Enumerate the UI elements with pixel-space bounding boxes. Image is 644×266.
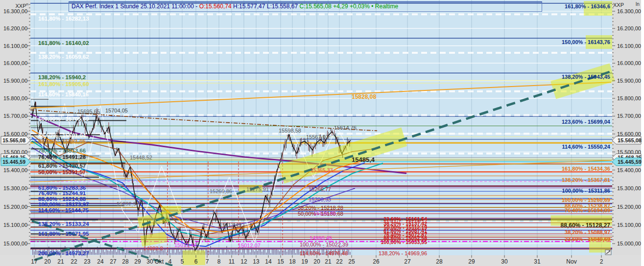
y-tick-label: 15.000,00 [3,241,27,246]
volume-bar [219,249,220,255]
fib-label-left: 161,80% - 15071,95 [38,231,89,237]
x-tick-label: 15 [277,258,284,265]
volume-bar [172,249,173,255]
y-tick-label: 15.400,00 [3,167,27,173]
volume-bar [35,248,36,255]
fib-label-right: 100,00% - 15311,86 [562,188,610,194]
resize-handle[interactable] [605,250,611,255]
volume-bar [167,249,168,255]
volume-bar [266,252,267,255]
volume-bar [291,250,292,255]
x-tick-label: 21 [325,258,332,265]
volume-bar [238,250,239,255]
chart-canvas[interactable]: 161,80% - 16282,13161,80% - 16140,02138,… [0,0,644,266]
right-axis-strip[interactable] [612,0,644,255]
log-scale-indicator[interactable]: ln [636,1,640,7]
y-tick-label: 16.000,00 [617,60,641,66]
fib-label-left: 200,00% - 14973,27 [38,250,89,256]
volume-bar [112,251,113,255]
title-high-low: H:15.577,47 L:15.558,67 [233,3,299,10]
annotation-label: 114,60% - 14976,48 [300,250,348,256]
volume-bar [175,253,176,255]
volume-bar [253,250,254,255]
x-tick-label: 20 [44,258,51,265]
fib-label-left: 100,00% - 15705,69 [38,116,89,122]
volume-bar [282,251,283,255]
volume-bar [276,248,277,255]
volume-bar [231,248,232,255]
x-tick-label: 22 [336,258,343,265]
price-tag[interactable]: 15.445,59 [612,158,642,166]
chart-window: 161,80% - 16282,13161,80% - 16140,02138,… [0,0,644,266]
fib-label-left: 138,20% - 15133,24 [38,221,89,227]
fib-label-left: 61,80% - 15420,57 [38,163,86,169]
volume-bar [32,247,33,255]
y-tick-label: 15.100,00 [3,222,27,228]
annotation-label: 15828,08 [352,93,376,100]
y-tick-label: 15.300,00 [617,185,641,191]
annotation-label: 138,20% - 14969,96 [379,250,427,256]
volume-bar [225,252,226,255]
volume-bar [229,251,230,255]
y-tick-label: 16.300,00 [3,8,27,14]
annotation-label: 15614,76 [334,125,357,131]
fib-label-right: 114,60% - 15550,24 [562,144,611,150]
price-tag[interactable]: 15.565,08 [612,136,642,144]
volume-bar [210,246,211,255]
annotation-label: 15365,33 [310,167,333,173]
left-axis-strip[interactable] [0,0,30,255]
x-axis-strip[interactable] [0,255,644,266]
x-tick-label: 18 [289,258,296,265]
volume-bar [254,251,255,255]
annotation-label: 15011,44 [174,242,196,248]
volume-bar [140,248,141,255]
volume-bar [262,252,262,255]
price-tag[interactable]: 15.565,08 [1,136,30,144]
x-tick-label: 12 [240,258,247,265]
volume-bar [179,252,180,255]
x-tick-label: 19 [301,258,308,265]
y-tick-label: 16.100,00 [3,43,27,49]
volume-bar [223,249,224,255]
volume-bar [101,249,102,255]
volume-bar [98,249,99,255]
y-tick-label: 15.300,00 [3,185,27,191]
x-tick-label: 27 [110,258,117,265]
volume-bar [297,249,298,255]
fib-label-right: 161,80% - 15434,36 [562,166,610,172]
volume-bar [234,251,235,255]
x-tick-label: 14 [265,258,272,265]
fib-label-right: 138,20% - 15367,81 [562,177,610,183]
volume-bar [212,251,213,255]
annotation-label: 15695,65 [77,109,100,114]
volume-bar [257,251,258,255]
volume-bar [248,249,249,255]
annotation-label: 15269,86 [210,188,232,194]
volume-bar [90,248,91,255]
volume-bar [165,248,166,255]
volume-bar [216,252,217,255]
volume-bar [260,248,261,255]
title-open: O:15.560,74 [199,3,233,10]
resize-handle-arrow [609,251,610,251]
fib-label-left: 76,40% - 15491,28 [38,154,86,160]
volume-bar [269,249,270,255]
x-tick-label: 21 [57,258,64,265]
fib-label-left: 114,60% - 15840,16 [38,91,89,97]
x-tick-label: 28 [436,258,443,265]
annotation-label: 15275,91 [246,186,269,192]
volume-bar [138,250,139,255]
y-tick-label: 15.900,00 [617,78,641,84]
volume-bar [348,250,349,255]
fib-label-right: 161,80% - 16346,6 [565,3,610,9]
x-tick-label: 22 [71,258,77,265]
volume-bar [95,253,96,255]
volume-bar [263,250,264,255]
x-tick-label: Okt [155,258,164,265]
volume-bar [141,252,142,255]
volume-bar [247,249,248,255]
annotation-label: 15485,4 [352,156,375,163]
price-tag[interactable]: 15.445,59 [1,158,30,166]
volume-bar [150,253,151,255]
window-edge [641,0,644,266]
